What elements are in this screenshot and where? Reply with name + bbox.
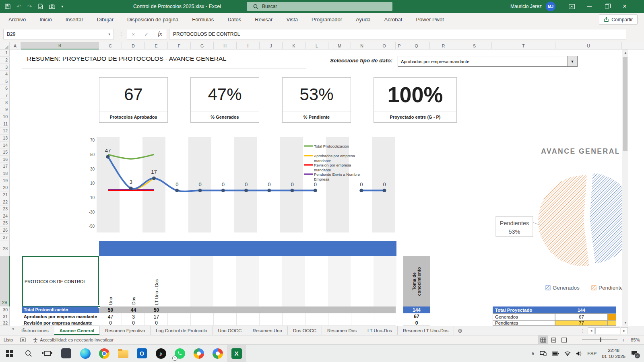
row-header-29[interactable]: 29 bbox=[0, 256, 10, 306]
cancel-entry-icon[interactable]: × bbox=[132, 31, 135, 37]
row-header-24[interactable]: 24 bbox=[0, 212, 10, 220]
table-row-label[interactable]: Aprobados por empresa mandante bbox=[22, 313, 99, 320]
ribbon-tab-dibujar[interactable]: Dibujar bbox=[90, 13, 120, 26]
column-header-K[interactable]: K bbox=[283, 42, 305, 49]
dark-app-icon[interactable] bbox=[57, 345, 76, 362]
undo-icon[interactable]: ↶ bbox=[17, 4, 21, 9]
row-header-30[interactable]: 30 bbox=[0, 306, 10, 313]
line-chart[interactable]: 70503010-10-30-5047317000000000Total Pro… bbox=[83, 135, 398, 239]
row-header-17[interactable]: 17 bbox=[0, 163, 10, 170]
column-header-Q[interactable]: Q bbox=[403, 42, 430, 49]
column-header-L[interactable]: L bbox=[305, 42, 328, 49]
ribbon-tab-revisar[interactable]: Revisar bbox=[248, 13, 279, 26]
row-header-20[interactable]: 20 bbox=[0, 184, 10, 191]
row-header-10[interactable]: 10 bbox=[0, 113, 10, 121]
row-header-31[interactable]: 31 bbox=[0, 313, 10, 320]
taskbar-clock[interactable]: 22:48 01-10-2025 bbox=[602, 348, 625, 360]
column-header-S[interactable]: S bbox=[457, 42, 492, 49]
row-header-25[interactable]: 25 bbox=[0, 220, 10, 227]
notification-center-icon[interactable]: 3 bbox=[631, 350, 638, 356]
ribbon-tab-ayuda[interactable]: Ayuda bbox=[349, 13, 378, 26]
zoom-in-icon[interactable]: + bbox=[621, 337, 625, 343]
row-header-8[interactable]: 8 bbox=[0, 99, 10, 106]
row-header-15[interactable]: 15 bbox=[0, 149, 10, 156]
select-all-corner[interactable] bbox=[0, 42, 10, 49]
row-header-21[interactable]: 21 bbox=[0, 191, 10, 199]
table-cell[interactable]: 47 bbox=[99, 313, 122, 320]
camera-icon[interactable] bbox=[49, 4, 55, 9]
name-box[interactable]: B29 ▾ bbox=[3, 29, 114, 39]
column-header-F[interactable]: F bbox=[168, 42, 191, 49]
column-header-G[interactable]: G bbox=[191, 42, 214, 49]
outlook-icon[interactable]: O bbox=[132, 345, 151, 362]
row-header-2[interactable]: 2 bbox=[0, 57, 10, 64]
row-header-13[interactable]: 13 bbox=[0, 135, 10, 142]
column-header-J[interactable]: J bbox=[260, 42, 283, 49]
ribbon-tab-inicio[interactable]: Inicio bbox=[33, 13, 58, 26]
row-header-5[interactable]: 5 bbox=[0, 78, 10, 85]
row-header-14[interactable]: 14 bbox=[0, 142, 10, 149]
sheet-tab-resumen-dos[interactable]: Resumen Dos bbox=[322, 326, 362, 335]
page-break-view-icon[interactable] bbox=[559, 335, 569, 344]
pie-chart[interactable]: AVANCE GENERALPendientes53%GeneradosPend… bbox=[467, 140, 622, 306]
google-app-1-icon[interactable] bbox=[189, 345, 208, 362]
ribbon-tab-power-pivot[interactable]: Power Pivot bbox=[409, 13, 450, 26]
table-cell[interactable]: 50 bbox=[145, 306, 168, 313]
zoom-level[interactable]: 85% bbox=[630, 337, 644, 342]
summary-row-value[interactable]: 144 bbox=[555, 306, 608, 313]
vertical-scroll-thumb[interactable] bbox=[623, 57, 627, 151]
column-header-O[interactable]: O bbox=[373, 42, 396, 49]
start-button[interactable] bbox=[0, 345, 19, 362]
sheet-nav-left-icon[interactable]: ◂ bbox=[7, 326, 18, 331]
user-name[interactable]: Mauricio Jerez bbox=[510, 4, 542, 9]
save-icon[interactable] bbox=[5, 4, 10, 9]
summary-row-label[interactable]: Pendientes bbox=[493, 320, 555, 326]
language-indicator[interactable]: ESP bbox=[587, 351, 597, 356]
row-header-27[interactable]: 27 bbox=[0, 234, 10, 241]
table-cell[interactable]: 3 bbox=[122, 313, 145, 320]
confirm-entry-icon[interactable]: ✓ bbox=[144, 31, 149, 37]
excel-icon[interactable]: X bbox=[227, 345, 246, 362]
row-header-16[interactable]: 16 bbox=[0, 156, 10, 163]
tray-expand-icon[interactable]: ∧ bbox=[531, 351, 535, 356]
scroll-up-icon[interactable]: ▲ bbox=[622, 49, 629, 56]
sheet-tab-resumen-lt-uno-dos[interactable]: Resumen LT Uno-Dos bbox=[398, 326, 454, 335]
tab-splitter[interactable]: ⋮ bbox=[581, 329, 587, 333]
row-header-3[interactable]: 3 bbox=[0, 64, 10, 71]
table-cell-toma[interactable]: 0 bbox=[403, 320, 430, 326]
summary-row-label[interactable]: Total Proyectado bbox=[493, 306, 555, 313]
selection-fill-handle[interactable] bbox=[98, 305, 100, 308]
normal-view-icon[interactable] bbox=[538, 335, 548, 344]
task-view-icon[interactable] bbox=[38, 345, 57, 362]
volume-icon[interactable] bbox=[576, 351, 582, 356]
selected-cell-b29[interactable]: PROTOCOLOS DE CONTROL bbox=[22, 256, 99, 306]
sheet-tab-uno-oocc[interactable]: Uno OOCC bbox=[213, 326, 248, 335]
row-header-6[interactable]: 6 bbox=[0, 85, 10, 92]
wifi-icon[interactable] bbox=[564, 351, 571, 356]
table-cell[interactable]: 0 bbox=[99, 320, 122, 326]
scroll-down-icon[interactable]: ▼ bbox=[622, 319, 629, 326]
row-header-26[interactable]: 26 bbox=[0, 227, 10, 234]
avatar[interactable]: MJ bbox=[546, 2, 555, 11]
column-header-I[interactable]: I bbox=[237, 42, 260, 49]
namebox-dropdown-icon[interactable]: ▾ bbox=[108, 32, 114, 36]
row-header-28[interactable]: 28 bbox=[0, 241, 10, 256]
row-header-32[interactable]: 32 bbox=[0, 320, 10, 326]
ribbon-tab-vista[interactable]: Vista bbox=[279, 13, 305, 26]
horizontal-scrollbar[interactable]: ⋮ ◂ ▸ bbox=[581, 326, 644, 335]
row-header-18[interactable]: 18 bbox=[0, 170, 10, 177]
sheet-tab-dos-oocc[interactable]: Dos OOCC bbox=[288, 326, 322, 335]
ribbon-display-options-icon[interactable] bbox=[563, 0, 580, 13]
row-header-7[interactable]: 7 bbox=[0, 92, 10, 99]
google-app-2-icon[interactable] bbox=[208, 345, 227, 362]
table-cell[interactable]: 0 bbox=[145, 320, 168, 326]
table-cell-toma[interactable]: 67 bbox=[403, 313, 430, 320]
column-header-C[interactable]: C bbox=[99, 42, 122, 49]
summary-row-value[interactable]: 67 bbox=[555, 313, 608, 320]
column-header-U[interactable]: U bbox=[555, 42, 622, 49]
column-header-A[interactable]: A bbox=[10, 42, 21, 49]
row-header-22[interactable]: 22 bbox=[0, 198, 10, 206]
row-header-4[interactable]: 4 bbox=[0, 71, 10, 78]
accessibility-status[interactable]: Accesibilidad: es necesario investigar bbox=[29, 335, 117, 344]
row-header-23[interactable]: 23 bbox=[0, 206, 10, 213]
